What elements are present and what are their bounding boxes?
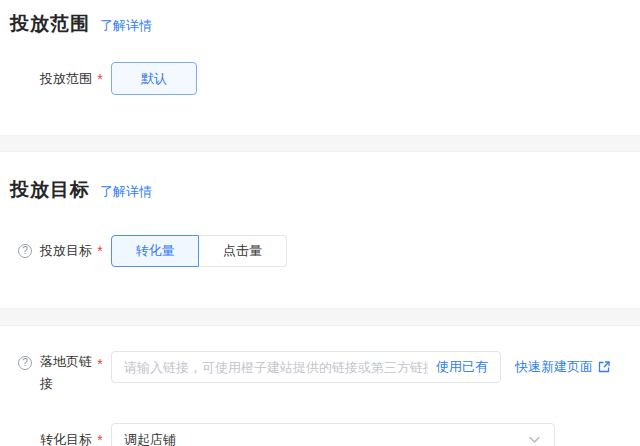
quick-create-page-link[interactable]: 快速新建页面 (515, 351, 610, 383)
landing-link-input-wrap: 使用已有 (111, 351, 501, 383)
goal-section-title: 投放目标 (10, 178, 90, 201)
scope-field-row: 投放范围 * 默认 (0, 62, 640, 95)
use-existing-link[interactable]: 使用已有 (436, 358, 488, 376)
delivery-goal-section: 投放目标 了解详情 ? 投放目标 * 转化量 点击量 (0, 152, 640, 308)
goal-header: 投放目标 了解详情 (10, 178, 640, 201)
landing-link-label: 落地页链接 (40, 351, 94, 395)
goal-field-row: ? 投放目标 * 转化量 点击量 (0, 235, 640, 267)
question-icon[interactable]: ? (18, 356, 32, 370)
conversion-goal-selected-value: 调起店铺 (124, 431, 176, 446)
scope-help-link[interactable]: 了解详情 (100, 17, 152, 35)
required-mark: * (96, 68, 104, 90)
goal-help-link[interactable]: 了解详情 (100, 183, 152, 201)
scope-section-title: 投放范围 (10, 12, 90, 35)
section-divider (0, 135, 640, 152)
goal-field-label: 投放目标 (40, 240, 94, 262)
chevron-down-icon (529, 437, 540, 444)
conversion-goal-select[interactable]: 调起店铺 (111, 423, 555, 446)
landing-link-input[interactable] (124, 360, 428, 375)
landing-link-row: ? 落地页链接 * 使用已有 快速新建页面 (0, 351, 640, 395)
required-mark: * (96, 429, 104, 446)
scope-field-label: 投放范围 (40, 68, 94, 90)
conversion-goal-row: 转化目标 * 调起店铺 (0, 423, 640, 446)
scope-header: 投放范围 了解详情 (10, 12, 640, 35)
tab-conversion-volume[interactable]: 转化量 (111, 235, 199, 267)
required-mark: * (96, 240, 104, 262)
delivery-scope-section: 投放范围 了解详情 投放范围 * 默认 (0, 0, 640, 135)
goal-tab-group: 转化量 点击量 (111, 235, 287, 267)
required-mark: * (96, 353, 104, 375)
question-icon[interactable]: ? (18, 244, 32, 258)
scope-default-button[interactable]: 默认 (111, 62, 197, 95)
external-link-icon (598, 361, 610, 373)
conversion-goal-label: 转化目标 (40, 429, 94, 446)
quick-create-label: 快速新建页面 (515, 358, 593, 376)
tab-click-volume[interactable]: 点击量 (199, 235, 287, 267)
section-divider (0, 308, 640, 326)
landing-page-section: ? 落地页链接 * 使用已有 快速新建页面 转化目标 * 调起店铺 (0, 326, 640, 446)
